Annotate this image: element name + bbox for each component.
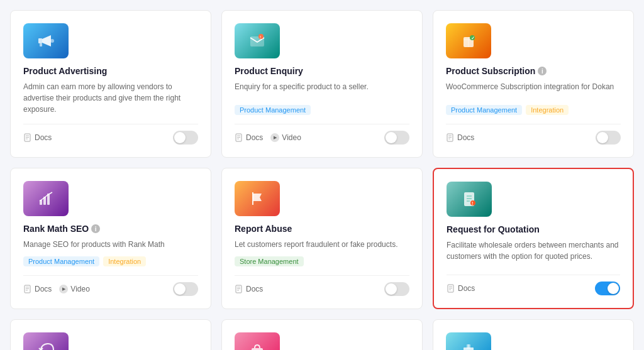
play-icon: ▶ <box>59 285 68 293</box>
tag-product: Product Management <box>235 105 311 115</box>
doc-icon <box>235 133 243 142</box>
toggle-knob <box>608 283 619 294</box>
docs-link[interactable]: Docs <box>447 284 475 293</box>
card-title-text: Request for Quotation <box>447 224 540 234</box>
tag-product: Product Management <box>23 256 99 266</box>
card-rank-math-seo: Rank Math SEO i Manage SEO for products … <box>10 168 211 309</box>
toggle-request-for-quotation[interactable] <box>595 282 620 295</box>
svg-rect-2 <box>40 43 42 46</box>
card-request-for-quotation: ! Request for Quotation Facilitate whole… <box>433 168 634 309</box>
svg-rect-29 <box>236 285 242 293</box>
card-description: Let customers report fraudulent or fake … <box>235 239 409 250</box>
card-tags: Store Management <box>235 256 409 266</box>
card-icon-report-abuse <box>235 181 280 216</box>
card-title-text: Product Advertising <box>23 66 107 76</box>
svg-rect-17 <box>447 134 453 141</box>
tag-integration: Integration <box>526 105 569 115</box>
card-footer: Docs ▶ Video <box>23 275 198 296</box>
card-footer: Docs <box>447 275 620 295</box>
card-return-warranty: Return and Warranty Request Manage retur… <box>10 319 211 350</box>
svg-rect-3 <box>25 134 30 141</box>
card-product-subscription: ✓ Product Subscription i WooCommerce Sub… <box>433 10 634 158</box>
module-grid: Product Advertising Admin can earn more … <box>10 10 634 350</box>
svg-text:✓: ✓ <box>471 36 475 40</box>
docs-link[interactable]: Docs <box>446 133 474 142</box>
svg-rect-39 <box>448 285 453 292</box>
toggle-knob <box>174 283 186 295</box>
toggle-knob <box>386 132 397 143</box>
footer-links: Docs ▶ Video <box>23 285 90 293</box>
card-icon-product-advertising <box>23 23 69 58</box>
card-title: Product Subscription i <box>446 66 621 76</box>
card-description: Admin can earn more by allowing vendors … <box>23 81 198 115</box>
video-label: Video <box>282 133 301 142</box>
docs-label: Docs <box>35 133 52 142</box>
card-title: Product Advertising <box>23 66 198 76</box>
card-description: Manage SEO for products with Rank Math <box>23 239 198 250</box>
doc-icon <box>235 285 243 293</box>
svg-text:!: ! <box>472 201 473 205</box>
docs-label: Docs <box>458 284 475 293</box>
card-icon-product-subscription: ✓ <box>446 23 491 58</box>
svg-rect-24 <box>25 285 30 293</box>
card-description: Facilitate wholesale orders between merc… <box>447 239 620 266</box>
card-title-text: Product Subscription <box>446 66 535 76</box>
toggle-knob <box>386 283 397 295</box>
card-description: Enquiry for a specific product to a sell… <box>235 81 409 99</box>
docs-link[interactable]: Docs <box>235 133 263 142</box>
footer-links: Docs ▶ Video <box>235 133 301 142</box>
card-seller-vacation: Seller Vacation Using this plugin seller… <box>221 319 423 350</box>
card-tags: Product ManagementIntegration <box>23 256 198 266</box>
card-title-text: Report Abuse <box>235 224 292 234</box>
card-icon-request-for-quotation: ! <box>447 182 492 217</box>
svg-point-1 <box>50 39 54 43</box>
svg-rect-10 <box>236 134 242 141</box>
svg-rect-0 <box>38 38 42 43</box>
card-icon-shipstation <box>446 332 491 350</box>
docs-link[interactable]: Docs <box>23 285 52 293</box>
toggle-product-subscription[interactable] <box>596 131 621 145</box>
toggle-report-abuse[interactable] <box>384 282 409 296</box>
card-icon-rank-math-seo <box>23 181 69 216</box>
toggle-rank-math-seo[interactable] <box>173 282 198 296</box>
docs-link[interactable]: Docs <box>23 133 52 142</box>
doc-icon <box>446 133 455 142</box>
card-report-abuse: Report Abuse Let customers report fraudu… <box>221 168 423 309</box>
card-title: Request for Quotation <box>447 224 620 234</box>
card-description: WooCommerce Subscription integration for… <box>446 81 621 99</box>
docs-link[interactable]: Docs <box>235 285 263 293</box>
doc-icon <box>23 285 32 293</box>
card-title: Product Enquiry <box>235 66 409 76</box>
toggle-product-enquiry[interactable] <box>384 131 409 145</box>
card-tags: Product ManagementIntegration <box>446 105 621 115</box>
card-icon-return-warranty <box>23 332 69 350</box>
play-icon: ▶ <box>270 133 279 142</box>
toggle-product-advertising[interactable] <box>173 131 198 145</box>
video-link[interactable]: ▶ Video <box>59 285 89 293</box>
card-footer: Docs <box>23 124 198 145</box>
docs-label: Docs <box>457 133 474 142</box>
card-icon-product-enquiry: ! <box>235 23 280 58</box>
video-label: Video <box>70 285 89 293</box>
tag-product: Product Management <box>446 105 522 115</box>
toggle-knob <box>174 132 186 143</box>
card-tags: Product Management <box>235 105 409 115</box>
svg-text:!: ! <box>260 35 261 39</box>
toggle-knob <box>597 132 608 143</box>
docs-label: Docs <box>246 133 263 142</box>
card-title: Report Abuse <box>235 224 409 234</box>
docs-label: Docs <box>35 285 52 293</box>
info-icon[interactable]: i <box>538 67 547 75</box>
card-icon-seller-vacation <box>235 332 280 350</box>
footer-links: Docs <box>235 285 263 293</box>
info-icon[interactable]: i <box>91 224 100 233</box>
card-footer: Docs ▶ Video <box>235 124 409 145</box>
video-link[interactable]: ▶ Video <box>270 133 301 142</box>
card-footer: Docs <box>235 275 409 296</box>
card-product-enquiry: ! Product Enquiry Enquiry for a specific… <box>221 10 423 158</box>
card-shipstation: ShipStation Integration Adds ShipStation… <box>433 319 634 350</box>
footer-links: Docs <box>23 133 52 142</box>
docs-label: Docs <box>246 285 263 293</box>
doc-icon <box>23 133 32 142</box>
card-title-text: Rank Math SEO <box>23 224 89 234</box>
